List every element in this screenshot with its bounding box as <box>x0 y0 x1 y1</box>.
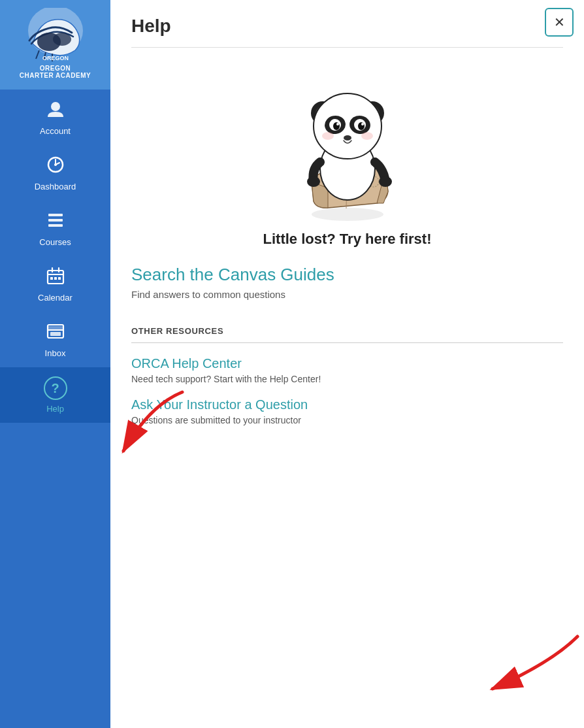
orca-logo-icon: OREGON <box>20 8 91 63</box>
svg-text:OREGON: OREGON <box>42 55 68 61</box>
svg-point-44 <box>307 176 320 187</box>
svg-point-40 <box>361 123 364 125</box>
search-guides-link[interactable]: Search the Canvas Guides <box>131 265 563 285</box>
sidebar-item-account[interactable]: Account <box>0 90 110 145</box>
orca-help-desc: Need tech support? Start with the Help C… <box>131 374 563 384</box>
sidebar-logo: OREGON OREGON CHARTER ACADEMY <box>0 0 110 90</box>
sidebar: OREGON OREGON CHARTER ACADEMY Account Da… <box>0 0 110 728</box>
svg-rect-20 <box>48 326 63 329</box>
svg-point-42 <box>322 132 334 140</box>
svg-point-2 <box>53 33 71 46</box>
sidebar-item-calendar[interactable]: Calendar <box>0 256 110 312</box>
svg-rect-16 <box>58 277 61 280</box>
svg-rect-15 <box>54 277 57 280</box>
courses-label: Courses <box>39 237 71 247</box>
dashboard-icon <box>45 154 66 178</box>
inbox-label: Inbox <box>45 348 66 358</box>
svg-rect-19 <box>50 332 61 336</box>
account-icon <box>45 99 66 122</box>
courses-icon <box>45 210 66 233</box>
svg-point-45 <box>379 176 392 187</box>
sidebar-item-courses[interactable]: Courses <box>0 201 110 256</box>
sidebar-item-dashboard[interactable]: Dashboard <box>0 145 110 201</box>
other-resources-section: OTHER RESOURCES ORCA Help Center Need te… <box>110 326 584 425</box>
svg-point-39 <box>336 123 339 125</box>
other-resources-title: OTHER RESOURCES <box>131 326 563 336</box>
lost-text: Little lost? Try here first! <box>263 231 432 248</box>
svg-point-41 <box>344 135 351 141</box>
orca-help-link[interactable]: ORCA Help Center <box>131 356 563 371</box>
svg-point-21 <box>312 208 383 221</box>
calendar-icon <box>45 265 66 289</box>
sidebar-item-help[interactable]: ? Help <box>0 367 110 423</box>
school-name-line2: CHARTER ACADEMY <box>20 72 91 79</box>
svg-point-6 <box>54 163 57 166</box>
help-label: Help <box>46 404 64 414</box>
svg-rect-14 <box>50 277 53 280</box>
resource-item-orca: ORCA Help Center Need tech support? Star… <box>131 356 563 384</box>
close-button[interactable]: ✕ <box>545 8 574 37</box>
svg-rect-9 <box>48 224 63 227</box>
page-title: Help <box>131 16 563 37</box>
dashboard-label: Dashboard <box>35 182 76 191</box>
school-name-line1: OREGON <box>40 65 71 72</box>
svg-rect-7 <box>48 214 63 216</box>
svg-point-43 <box>361 132 373 140</box>
guides-description: Find answers to common questions <box>131 289 563 300</box>
help-panel: ✕ Help <box>110 0 584 728</box>
guides-section: Search the Canvas Guides Find answers to… <box>110 265 584 326</box>
red-arrow-2-icon <box>466 630 584 708</box>
ask-instructor-link[interactable]: Ask Your Instructor a Question <box>131 397 563 412</box>
sidebar-item-inbox[interactable]: Inbox <box>0 312 110 367</box>
inbox-icon <box>45 321 66 344</box>
panda-mascot-icon <box>276 61 419 231</box>
resources-divider <box>131 342 563 343</box>
svg-point-32 <box>314 93 381 159</box>
resource-item-instructor: Ask Your Instructor a Question Questions… <box>131 397 563 425</box>
ask-instructor-desc: Questions are submitted to your instruct… <box>131 415 563 425</box>
help-header: Help <box>110 0 584 48</box>
svg-point-4 <box>51 102 60 111</box>
mascot-section: Little lost? Try here first! <box>110 48 584 265</box>
calendar-label: Calendar <box>38 293 73 303</box>
svg-rect-8 <box>48 219 63 222</box>
account-label: Account <box>40 126 71 136</box>
help-icon: ? <box>44 376 67 400</box>
